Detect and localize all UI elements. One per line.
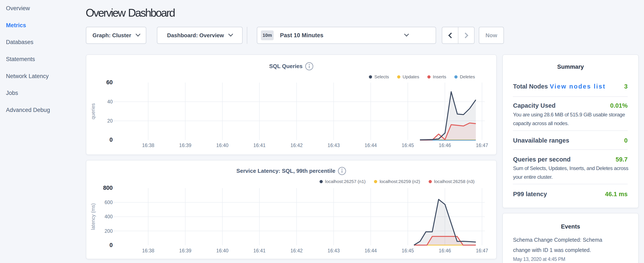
svg-text:60: 60	[106, 79, 113, 86]
svg-text:400: 400	[104, 214, 113, 219]
svg-text:0: 0	[110, 137, 113, 143]
svg-text:16:39: 16:39	[179, 248, 192, 253]
svg-text:16:46: 16:46	[439, 248, 451, 253]
svg-text:16:41: 16:41	[254, 143, 266, 148]
svg-text:16:40: 16:40	[216, 143, 228, 148]
svg-text:16:45: 16:45	[402, 248, 414, 253]
svg-text:16:43: 16:43	[328, 248, 340, 253]
svg-text:16:41: 16:41	[254, 248, 266, 253]
svg-text:20: 20	[107, 118, 113, 124]
svg-text:16:44: 16:44	[365, 248, 377, 253]
svg-text:16:42: 16:42	[290, 143, 303, 148]
svg-text:16:45: 16:45	[402, 143, 414, 148]
svg-text:queries: queries	[90, 103, 96, 119]
svg-text:latency (ms): latency (ms)	[90, 203, 96, 230]
svg-text:16:39: 16:39	[179, 143, 192, 148]
svg-text:16:42: 16:42	[290, 248, 303, 253]
svg-text:16:40: 16:40	[216, 248, 228, 253]
svg-text:600: 600	[104, 200, 113, 205]
svg-text:800: 800	[103, 185, 113, 191]
svg-text:16:43: 16:43	[328, 143, 340, 148]
svg-text:0: 0	[110, 242, 113, 248]
svg-text:16:47: 16:47	[476, 143, 488, 148]
svg-text:16:44: 16:44	[365, 143, 377, 148]
svg-text:16:47: 16:47	[476, 248, 488, 253]
svg-text:16:38: 16:38	[142, 143, 154, 148]
svg-text:16:46: 16:46	[439, 143, 451, 148]
svg-text:40: 40	[107, 99, 113, 105]
svg-text:200: 200	[104, 228, 113, 234]
svg-text:16:38: 16:38	[142, 248, 154, 253]
